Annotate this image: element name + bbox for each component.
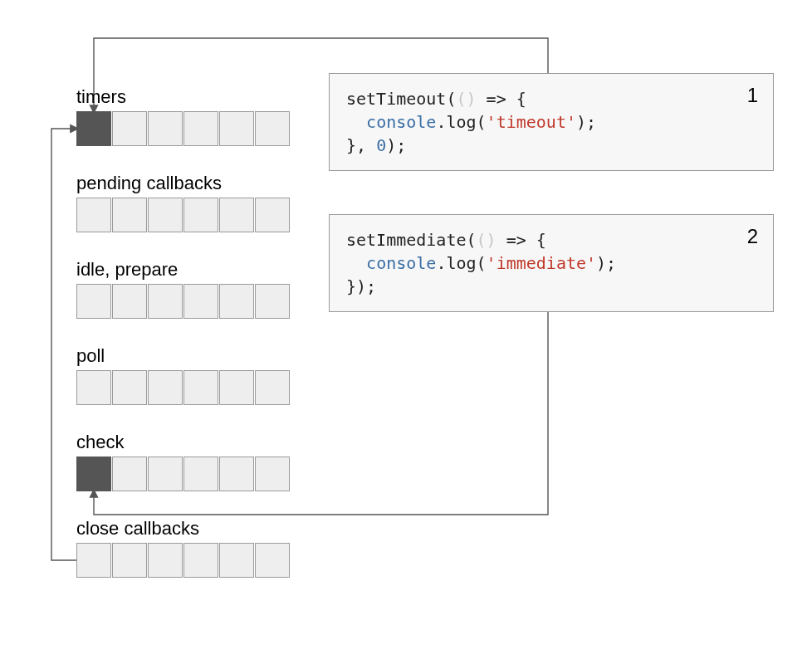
queue-cell: [148, 198, 183, 232]
queue-cell: [76, 111, 111, 146]
queue-cell: [183, 456, 218, 491]
phase-queue-pending-callbacks: [76, 198, 290, 232]
queue-cell: [76, 543, 111, 578]
code-snippet: setTimeout(() => { console.log('timeout'…: [346, 87, 756, 157]
queue-cell: [112, 456, 147, 491]
code-block-settimeout: 1setTimeout(() => { console.log('timeout…: [329, 73, 774, 171]
queue-cell: [183, 543, 218, 578]
phase-queue-timers: [76, 111, 290, 146]
queue-cell: [112, 370, 147, 405]
phase-label-idle-prepare: idle, prepare: [76, 261, 178, 279]
phase-label-pending-callbacks: pending callbacks: [76, 174, 222, 193]
queue-cell: [183, 198, 218, 232]
queue-cell: [183, 370, 218, 405]
queue-cell: [255, 370, 290, 405]
queue-cell: [219, 198, 254, 232]
queue-cell: [112, 543, 147, 578]
event-loop-diagram: timerspending callbacksidle, preparepoll…: [0, 0, 812, 664]
queue-cell: [219, 111, 254, 146]
queue-cell: [255, 111, 290, 146]
queue-cell: [112, 198, 147, 232]
queue-cell: [183, 284, 218, 319]
queue-cell: [76, 456, 111, 491]
code-block-order: 2: [747, 225, 758, 248]
phase-label-check: check: [76, 433, 124, 452]
queue-cell: [148, 284, 183, 319]
queue-cell: [219, 370, 254, 405]
queue-cell: [255, 284, 290, 319]
queue-cell: [255, 198, 290, 232]
queue-cell: [112, 284, 147, 319]
code-block-setimmediate: 2setImmediate(() => { console.log('immed…: [329, 214, 774, 312]
phase-queue-check: [76, 456, 290, 491]
queue-cell: [219, 284, 254, 319]
queue-cell: [219, 543, 254, 578]
queue-cell: [76, 370, 111, 405]
queue-cell: [148, 543, 183, 578]
phase-label-close-callbacks: close callbacks: [76, 520, 199, 538]
phase-label-poll: poll: [76, 347, 105, 365]
phase-queue-poll: [76, 370, 290, 405]
queue-cell: [112, 111, 147, 146]
queue-cell: [148, 111, 183, 146]
queue-cell: [219, 456, 254, 491]
phase-label-timers: timers: [76, 88, 126, 106]
queue-cell: [148, 456, 183, 491]
queue-cell: [148, 370, 183, 405]
queue-cell: [255, 543, 290, 578]
code-block-order: 1: [747, 84, 758, 107]
code-snippet: setImmediate(() => { console.log('immedi…: [346, 228, 756, 298]
queue-cell: [255, 456, 290, 491]
queue-cell: [76, 284, 111, 319]
phase-queue-idle-prepare: [76, 284, 290, 319]
queue-cell: [183, 111, 218, 146]
phase-queue-close-callbacks: [76, 543, 290, 578]
queue-cell: [76, 198, 111, 232]
